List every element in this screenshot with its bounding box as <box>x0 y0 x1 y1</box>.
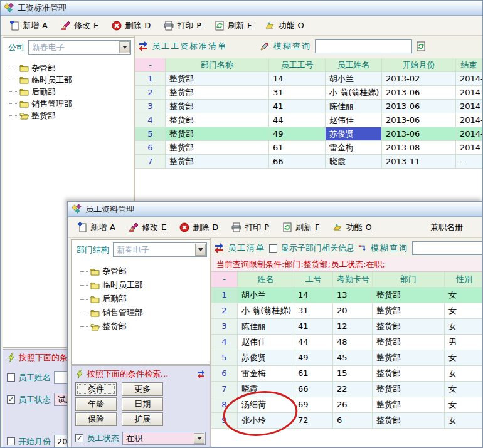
delete-button[interactable]: 删除D <box>176 220 222 235</box>
table-cell[interactable]: 48 <box>333 335 373 350</box>
tab-insurance[interactable]: 保险 <box>75 412 117 426</box>
table-header-cell[interactable]: - <box>135 58 166 72</box>
tab-age[interactable]: 年龄 <box>75 397 117 411</box>
table-header-cell[interactable]: 姓名 <box>238 272 294 288</box>
table-cell[interactable]: 张小玲 <box>238 413 294 429</box>
tab-condition[interactable]: 条件 <box>75 382 117 396</box>
table-cell[interactable]: 整货部 <box>373 319 445 335</box>
table-cell[interactable]: 小 翁(翁桂娣) <box>326 86 382 100</box>
table-cell[interactable]: 女 <box>445 366 483 382</box>
tab-extend[interactable]: 扩展 <box>122 412 163 426</box>
table-cell[interactable]: 整货部 <box>373 288 445 303</box>
table-cell[interactable]: 4 <box>135 113 166 127</box>
table-cell[interactable]: 61 <box>294 366 333 382</box>
table-cell[interactable]: 女 <box>445 319 483 335</box>
table-cell[interactable]: 女 <box>445 303 483 319</box>
edit-button[interactable]: 修改E <box>57 18 102 33</box>
table-cell[interactable]: 晓霞 <box>326 155 382 169</box>
exchange-icon[interactable] <box>138 41 148 51</box>
table-cell[interactable]: 整货部 <box>373 413 445 429</box>
table-cell[interactable]: 2 <box>135 86 166 100</box>
table-cell[interactable]: 整货部 <box>373 382 445 397</box>
function-button[interactable]: 功能O <box>329 220 375 235</box>
table-cell[interactable]: 3 <box>211 319 238 335</box>
table-cell[interactable]: 整货部 <box>373 335 445 350</box>
function-button[interactable]: 功能O <box>261 18 307 33</box>
table-cell[interactable]: 苏俊贤 <box>238 350 294 366</box>
table-cell[interactable]: 整货部 <box>166 141 269 155</box>
edit-button[interactable]: 修改E <box>125 220 170 235</box>
table-cell[interactable]: 整货部 <box>373 397 445 413</box>
table-cell[interactable]: 2013-06 <box>382 86 456 100</box>
table-cell[interactable]: 雷金梅 <box>238 366 294 382</box>
table-cell[interactable]: 1 <box>211 288 238 303</box>
table-cell[interactable]: 2014-02 <box>456 100 482 113</box>
table-cell[interactable]: 赵伟佳 <box>326 113 382 127</box>
table-cell[interactable]: 12 <box>333 319 373 335</box>
table-cell[interactable]: 2013-06 <box>382 113 456 127</box>
employee-window-titlebar[interactable]: 员工资料管理 <box>68 202 482 217</box>
table-cell[interactable]: 2013-11 <box>382 155 456 169</box>
table-cell[interactable]: 整货部 <box>166 100 269 113</box>
table-cell[interactable]: 2013-08 <box>382 141 456 155</box>
status-checkbox[interactable]: ✓ <box>7 395 15 404</box>
table-cell[interactable]: 41 <box>294 319 333 335</box>
table-header-cell[interactable]: 结束 <box>456 58 482 72</box>
table-cell[interactable]: 男 <box>445 335 483 350</box>
table-cell[interactable]: 2014-02 <box>456 86 482 100</box>
fuzzy-search-input[interactable] <box>412 241 483 255</box>
table-cell[interactable]: 胡小兰 <box>238 288 294 303</box>
table-cell[interactable]: 苏俊贤 <box>326 127 382 141</box>
table-cell[interactable]: 整货部 <box>373 366 445 382</box>
startmonth-checkbox[interactable] <box>7 437 15 445</box>
status-select[interactable]: 在职 <box>122 432 206 445</box>
refresh-button[interactable]: 刷新F <box>279 220 323 235</box>
table-header-cell[interactable]: 部门名称 <box>166 58 269 72</box>
tree-item-dept1[interactable]: 杂管部 <box>9 62 134 74</box>
tree-item-dept4[interactable]: 销售管理部 <box>80 306 210 320</box>
table-cell[interactable]: 6 <box>135 141 166 155</box>
salary-window-titlebar[interactable]: 工资标准管理 <box>1 1 482 16</box>
tree-item-dept1[interactable]: 杂管部 <box>80 264 210 278</box>
name-checkbox[interactable] <box>7 373 15 382</box>
tree-item-dept5-selected[interactable]: 整货部 <box>9 110 134 122</box>
refresh-page-icon[interactable] <box>416 41 426 51</box>
table-cell[interactable]: 整货部 <box>373 350 445 366</box>
tree-item-dept2[interactable]: 临时员工部 <box>80 278 210 292</box>
new-button[interactable]: 新增A <box>73 220 119 235</box>
tree-item-dept4[interactable]: 销售管理部 <box>9 98 134 110</box>
table-header-cell[interactable]: 员工姓名 <box>326 58 382 72</box>
tree-item-dept3[interactable]: 后勤部 <box>80 292 210 306</box>
tree-item-dept5-selected[interactable]: 整货部 <box>80 320 210 333</box>
table-cell[interactable]: 整货部 <box>166 86 269 100</box>
table-cell[interactable]: 66 <box>294 382 333 397</box>
table-header-cell[interactable]: 工号 <box>294 272 333 288</box>
table-header-cell[interactable]: 性别 <box>445 272 483 288</box>
table-cell[interactable]: 49 <box>269 127 326 141</box>
table-cell[interactable]: 31 <box>294 303 333 319</box>
table-cell[interactable]: 9 <box>211 413 238 429</box>
dept-select[interactable]: 新春电子 <box>113 242 207 257</box>
chevron-down-icon[interactable] <box>195 244 206 256</box>
table-cell[interactable]: 14 <box>269 72 326 86</box>
exchange-icon[interactable] <box>214 243 224 253</box>
tab-more[interactable]: 更多 <box>122 382 163 396</box>
table-cell[interactable]: 赵伟佳 <box>238 335 294 350</box>
table-cell[interactable]: 2014-02 <box>456 127 482 141</box>
table-cell[interactable]: 4 <box>211 335 238 350</box>
table-cell[interactable]: 2013-02 <box>382 72 456 86</box>
table-cell[interactable]: 2014-02 <box>456 141 482 155</box>
table-cell[interactable]: 44 <box>269 113 326 127</box>
table-cell[interactable]: 整货部 <box>373 303 445 319</box>
table-cell[interactable]: 72 <box>294 413 333 429</box>
table-cell[interactable]: 小 翁(翁桂娣) <box>238 303 294 319</box>
table-cell[interactable]: 女 <box>445 397 483 413</box>
table-cell[interactable]: 5 <box>135 127 166 141</box>
table-cell[interactable]: 晓霞 <box>238 382 294 397</box>
table-cell[interactable]: 7 <box>135 155 166 169</box>
table-header-cell[interactable]: - <box>211 272 238 288</box>
table-cell[interactable]: 陈佳丽 <box>326 100 382 113</box>
table-cell[interactable]: 胡小兰 <box>326 72 382 86</box>
chevron-down-icon[interactable] <box>194 433 204 444</box>
table-cell[interactable]: 41 <box>269 100 326 113</box>
